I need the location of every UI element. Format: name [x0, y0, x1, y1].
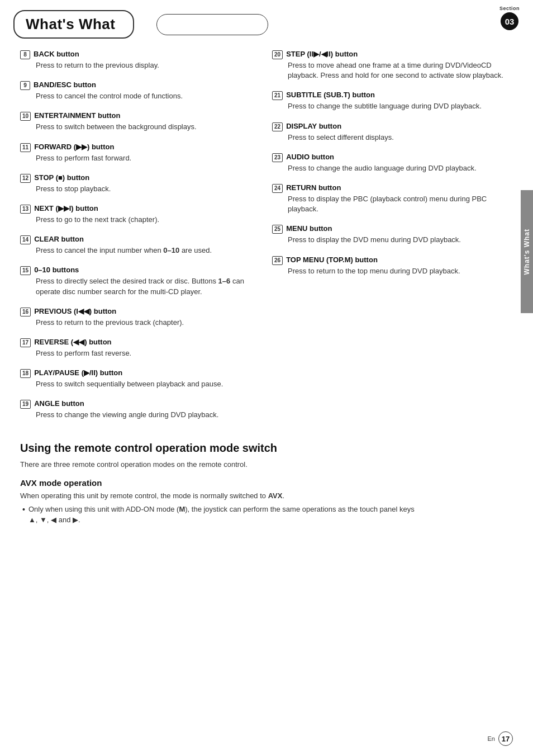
entry-heading: TOP MENU (TOP.M) button — [286, 256, 378, 264]
entry-body: Press to stop playback. — [20, 184, 261, 194]
entry-heading: STEP (II▶/◀II) button — [286, 50, 358, 58]
list-item: 22DISPLAY buttonPress to select differen… — [272, 122, 513, 143]
header-right-box — [156, 14, 268, 35]
entry-title: 20STEP (II▶/◀II) button — [272, 50, 513, 59]
list-item: 25MENU buttonPress to display the DVD me… — [272, 224, 513, 245]
sidebar-tab-label: What's What — [523, 229, 531, 275]
avx-body: When operating this unit by remote contr… — [20, 491, 513, 502]
entry-body: Press to change the subtitle language du… — [272, 101, 513, 111]
entry-number: 14 — [20, 235, 31, 244]
entry-body: Press to perform fast reverse. — [20, 348, 261, 358]
list-item: 13NEXT (▶▶I) buttonPress to go to the ne… — [20, 204, 261, 225]
entry-title: 16PREVIOUS (I◀◀) button — [20, 307, 261, 316]
list-item: 24RETURN buttonPress to display the PBC … — [272, 183, 513, 214]
entry-number: 18 — [20, 369, 31, 378]
remote-section-intro: There are three remote control operation… — [20, 460, 513, 470]
entry-number: 13 — [20, 205, 31, 214]
list-item: 14CLEAR buttonPress to cancel the input … — [20, 235, 261, 256]
list-item: 8BACK buttonPress to return to the previ… — [20, 50, 261, 70]
entry-title: 12STOP (■) button — [20, 173, 261, 183]
entry-heading: PREVIOUS (I◀◀) button — [34, 307, 116, 315]
bullet-dot: • — [22, 504, 25, 516]
entry-heading: PLAY/PAUSE (▶/II) button — [34, 368, 122, 377]
list-item: 26TOP MENU (TOP.M) buttonPress to return… — [272, 256, 513, 276]
list-item: 12STOP (■) buttonPress to stop playback. — [20, 173, 261, 194]
entry-number: 19 — [20, 400, 31, 409]
entry-body: Press to change the viewing angle during… — [20, 410, 261, 420]
entry-body: Press to go to the next track (chapter). — [20, 215, 261, 225]
entry-title: 10ENTERTAINMENT button — [20, 111, 261, 121]
entry-title: 8BACK button — [20, 50, 261, 59]
avx-title: AVX mode operation — [20, 478, 513, 488]
bullet-text: Only when using this unit with ADD-ON mo… — [28, 504, 415, 525]
entry-heading: CLEAR button — [34, 235, 84, 243]
entry-title: 25MENU button — [272, 224, 513, 234]
entry-heading: MENU button — [286, 224, 332, 233]
entry-body: Press to cancel the input number when 0–… — [20, 245, 261, 256]
footer-lang: En — [488, 735, 495, 742]
entry-heading: BAND/ESC button — [34, 81, 96, 89]
entry-number: 20 — [272, 50, 283, 59]
entry-body: Press to cancel the control mode of func… — [20, 91, 261, 101]
entry-body: Press to switch sequentially between pla… — [20, 379, 261, 389]
entry-body: Press to change the audio language durin… — [272, 163, 513, 173]
entry-body: Press to return to the previous track (c… — [20, 318, 261, 328]
list-item: 18PLAY/PAUSE (▶/II) buttonPress to switc… — [20, 368, 261, 389]
list-item: 19ANGLE buttonPress to change the viewin… — [20, 399, 261, 420]
entry-body: Press to return to the previous display. — [20, 60, 261, 70]
entry-heading: 0–10 buttons — [34, 266, 79, 274]
entry-title: 23AUDIO button — [272, 153, 513, 162]
title-box: What's What — [13, 10, 134, 39]
list-item: 16PREVIOUS (I◀◀) buttonPress to return t… — [20, 307, 261, 328]
entry-number: 11 — [20, 143, 31, 152]
entry-body: Press to select different displays. — [272, 133, 513, 143]
entry-heading: FORWARD (▶▶) button — [34, 143, 114, 151]
entry-title: 150–10 buttons — [20, 266, 261, 275]
section-badge: Section 03 — [499, 6, 520, 30]
entry-body: Press to display the DVD menu during DVD… — [272, 235, 513, 245]
entry-title: 22DISPLAY button — [272, 122, 513, 131]
entry-body: Press to display the PBC (playback contr… — [272, 194, 513, 214]
entry-title: 14CLEAR button — [20, 235, 261, 244]
page-header: What's What Section 03 — [0, 0, 533, 39]
entry-heading: BACK button — [34, 50, 79, 58]
footer-page-number: 17 — [498, 731, 513, 746]
entry-title: 9BAND/ESC button — [20, 81, 261, 90]
main-content: 8BACK buttonPress to return to the previ… — [0, 39, 533, 441]
page-footer: En 17 — [488, 731, 513, 746]
entry-number: 25 — [272, 225, 283, 234]
list-item: 150–10 buttonsPress to directly select t… — [20, 266, 261, 296]
entry-number: 16 — [20, 308, 31, 316]
entry-number: 8 — [20, 50, 30, 59]
section-label: Section — [499, 6, 520, 11]
entry-heading: SUBTITLE (SUB.T) button — [286, 91, 375, 99]
entry-heading: REVERSE (◀◀) button — [34, 338, 111, 346]
entry-number: 10 — [20, 112, 31, 121]
remote-section: Using the remote control operation mode … — [0, 441, 533, 525]
entry-number: 26 — [272, 256, 283, 265]
list-item: 21SUBTITLE (SUB.T) buttonPress to change… — [272, 91, 513, 111]
entry-title: 26TOP MENU (TOP.M) button — [272, 256, 513, 265]
list-item: 23AUDIO buttonPress to change the audio … — [272, 153, 513, 173]
right-column: 20STEP (II▶/◀II) buttonPress to move ahe… — [272, 50, 513, 430]
entry-title: 11FORWARD (▶▶) button — [20, 143, 261, 152]
entry-number: 15 — [20, 266, 31, 275]
list-item: 17REVERSE (◀◀) buttonPress to perform fa… — [20, 338, 261, 358]
entry-title: 24RETURN button — [272, 183, 513, 193]
entry-number: 23 — [272, 153, 283, 162]
left-column: 8BACK buttonPress to return to the previ… — [20, 50, 261, 430]
entry-body: Press to return to the top menu during D… — [272, 266, 513, 276]
entry-title: 17REVERSE (◀◀) button — [20, 338, 261, 347]
entry-heading: ANGLE button — [34, 399, 84, 408]
entry-heading: RETURN button — [286, 183, 341, 192]
entry-heading: STOP (■) button — [34, 173, 89, 182]
list-item: 20STEP (II▶/◀II) buttonPress to move ahe… — [272, 50, 513, 81]
entry-heading: DISPLAY button — [286, 122, 341, 130]
bullet-item: •Only when using this unit with ADD-ON m… — [20, 504, 513, 525]
entry-body: Press to switch between the background d… — [20, 122, 261, 132]
entry-body: Press to directly select the desired tra… — [20, 276, 261, 296]
sidebar-tab: What's What — [521, 190, 533, 313]
entry-number: 17 — [20, 338, 31, 347]
remote-section-title: Using the remote control operation mode … — [20, 441, 513, 455]
entry-number: 24 — [272, 184, 283, 193]
